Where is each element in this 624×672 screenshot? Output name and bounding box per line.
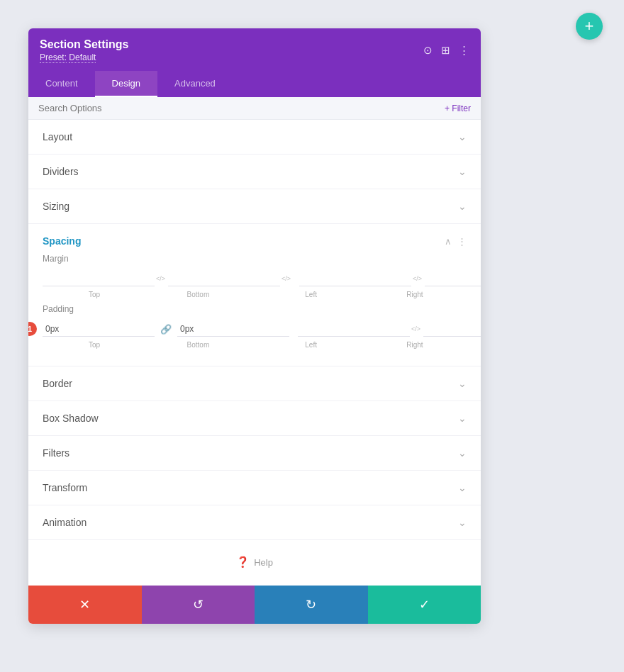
padding-bottom-wrap: [177, 322, 289, 337]
margin-left-right-group: </>: [299, 271, 481, 286]
padding-label-spacer: [255, 341, 255, 349]
sizing-label: Sizing: [43, 201, 69, 212]
padding-bottom-label: Bottom: [146, 341, 250, 349]
padding-label: Padding: [43, 304, 467, 314]
padding-row-wrapper: 1 🔗 </>: [43, 318, 467, 340]
margin-left-code-icon: </>: [413, 275, 422, 282]
margin-label-spacer: [255, 291, 255, 298]
section-settings-panel: Section Settings Preset: Default ⊙ ⊞ ⋮ C…: [28, 28, 481, 624]
spacing-collapse-icon[interactable]: ∧: [445, 236, 452, 247]
box-shadow-chevron-icon: ⌄: [458, 413, 467, 424]
border-section-row[interactable]: Border ⌄: [28, 366, 481, 401]
margin-fields-area: </> </> </>: [43, 268, 467, 289]
padding-bottom-input[interactable]: [177, 322, 289, 337]
margin-top-input[interactable]: [43, 271, 155, 286]
tab-design[interactable]: Design: [95, 71, 157, 97]
transform-chevron-icon: ⌄: [458, 482, 467, 493]
preset-value[interactable]: Default: [69, 52, 96, 63]
margin-top-label: Top: [43, 291, 146, 298]
tab-content-label: Content: [45, 78, 78, 89]
padding-left-input[interactable]: [298, 322, 410, 337]
spacing-more-icon[interactable]: ⋮: [457, 236, 467, 247]
badge-1: 1: [28, 322, 37, 336]
box-shadow-section-row[interactable]: Box Shadow ⌄: [28, 401, 481, 436]
padding-top-bottom-group: 🔗: [43, 322, 289, 337]
padding-left-right-group: </>: [298, 322, 481, 337]
margin-top-bottom-group: </> </>: [43, 271, 291, 286]
tab-advanced[interactable]: Advanced: [157, 71, 233, 97]
tab-bar: Content Design Advanced: [28, 71, 481, 97]
sizing-section-row[interactable]: Sizing ⌄: [28, 189, 481, 224]
margin-top-wrap: </>: [43, 271, 165, 286]
tab-design-label: Design: [112, 78, 140, 89]
transform-section-row[interactable]: Transform ⌄: [28, 471, 481, 505]
search-input[interactable]: [38, 103, 445, 113]
padding-left-wrap: </>: [298, 322, 420, 337]
layout-label: Layout: [43, 131, 72, 142]
border-label: Border: [43, 378, 72, 389]
layout-icon[interactable]: ⊞: [441, 44, 450, 57]
margin-sublabels-row: Top Bottom Left Right: [43, 291, 467, 298]
filters-section-row[interactable]: Filters ⌄: [28, 436, 481, 471]
animation-label: Animation: [43, 517, 87, 528]
sizing-chevron-icon: ⌄: [458, 201, 467, 212]
margin-bottom-code-icon: </>: [282, 275, 291, 282]
panel-header: Section Settings Preset: Default ⊙ ⊞ ⋮: [28, 28, 481, 71]
undo-button[interactable]: ↺: [142, 586, 255, 624]
help-icon: ❓: [236, 556, 250, 569]
help-row[interactable]: ❓ Help: [28, 540, 481, 581]
cancel-button[interactable]: ✕: [28, 586, 142, 624]
padding-top-input[interactable]: [43, 322, 155, 337]
bottom-bar: ✕ ↺ ↻ ✓: [28, 586, 481, 624]
padding-top-label: Top: [43, 341, 146, 349]
padding-lr-labels: Left Right: [260, 341, 467, 349]
margin-left-label: Left: [260, 291, 363, 298]
margin-tb-labels: Top Bottom: [43, 291, 250, 298]
badge-value: 1: [28, 325, 32, 333]
layout-chevron-icon: ⌄: [458, 131, 467, 142]
dividers-section-row[interactable]: Dividers ⌄: [28, 155, 481, 189]
layout-section-row[interactable]: Layout ⌄: [28, 120, 481, 155]
padding-right-label: Right: [363, 341, 467, 349]
redo-button[interactable]: ↻: [255, 586, 368, 624]
spacing-title: Spacing: [43, 235, 81, 247]
redo-icon: ↻: [306, 597, 316, 612]
filter-button[interactable]: + Filter: [445, 103, 471, 113]
dividers-label: Dividers: [43, 166, 79, 177]
margin-left-input[interactable]: [299, 271, 411, 286]
cancel-icon: ✕: [79, 597, 90, 612]
filters-chevron-icon: ⌄: [458, 447, 467, 459]
panel-preset: Preset: Default: [40, 52, 128, 62]
preset-label: Preset:: [40, 52, 67, 63]
margin-bottom-input[interactable]: [168, 271, 280, 286]
padding-top-wrap: [43, 322, 155, 337]
padding-tb-labels: Top Bottom: [43, 341, 250, 349]
animation-section-row[interactable]: Animation ⌄: [28, 505, 481, 540]
margin-right-wrap: [425, 271, 481, 286]
fab-plus-icon: +: [585, 17, 594, 35]
help-label: Help: [254, 557, 273, 568]
tab-content[interactable]: Content: [28, 71, 95, 97]
margin-top-code-icon: </>: [156, 275, 165, 282]
panel-title: Section Settings: [40, 38, 128, 51]
filters-label: Filters: [43, 447, 69, 459]
margin-left-wrap: </>: [299, 271, 422, 286]
save-button[interactable]: ✓: [368, 586, 481, 624]
padding-right-wrap: [423, 322, 481, 337]
link-icon[interactable]: 🔗: [160, 324, 172, 335]
undo-icon: ↺: [193, 597, 204, 612]
more-options-icon[interactable]: ⋮: [459, 44, 469, 57]
margin-right-input[interactable]: [425, 271, 481, 286]
dividers-chevron-icon: ⌄: [458, 166, 467, 177]
border-chevron-icon: ⌄: [458, 378, 467, 389]
padding-right-input[interactable]: [423, 322, 481, 337]
padding-left-label: Left: [260, 341, 363, 349]
panel-header-left: Section Settings Preset: Default: [40, 38, 128, 62]
panel-header-icons: ⊙ ⊞ ⋮: [423, 44, 469, 57]
margin-lr-labels: Left Right: [260, 291, 467, 298]
box-shadow-label: Box Shadow: [43, 413, 99, 424]
preview-icon[interactable]: ⊙: [423, 44, 433, 57]
padding-left-code-icon: </>: [411, 325, 420, 332]
fab-add-button[interactable]: +: [576, 13, 603, 40]
margin-bottom-wrap: </>: [168, 271, 291, 286]
